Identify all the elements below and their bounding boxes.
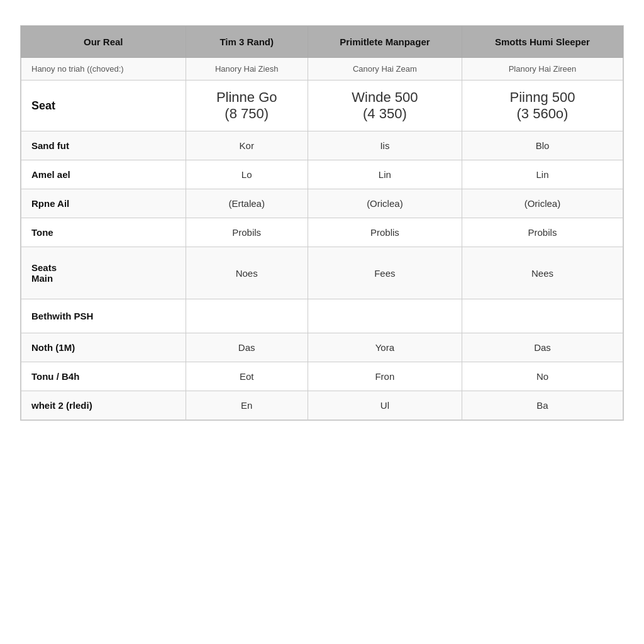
table-body: Hanoy no triah ((choved:)Hanory Hai Zies…: [21, 58, 623, 420]
table-header-row: Our RealTim 3 Rand)Primitlete ManpagerSm…: [21, 26, 623, 58]
table-cell: Sand fut: [21, 131, 186, 160]
noth-row: Noth (1M)DasYoraDas: [21, 333, 623, 362]
tone-row: ToneProbilsProblisProbils: [21, 218, 623, 247]
subheader-row: Hanoy no triah ((choved:)Hanory Hai Zies…: [21, 58, 623, 80]
table-cell: Plinne Go(8 750): [186, 80, 308, 131]
sand-fut-row: Sand futKorIisBlo: [21, 131, 623, 160]
rpne-ail-row: Rpne Ail(Ertalea)(Oriclea)(Oriclea): [21, 189, 623, 218]
table-cell: (Ertalea): [186, 189, 308, 218]
table-cell: En: [186, 391, 308, 420]
table-cell: Ul: [308, 391, 462, 420]
col-tim3: Tim 3 Rand): [186, 26, 308, 58]
table-cell: Planory Hai Zireen: [462, 58, 623, 80]
table-cell: Bethwith PSH: [21, 299, 186, 333]
table-cell: Probils: [186, 218, 308, 247]
table-cell: Amel ael: [21, 160, 186, 189]
wheit-row: wheit 2 (rledi)EnUlBa: [21, 391, 623, 420]
table-cell: Rpne Ail: [21, 189, 186, 218]
table-cell: Fees: [308, 247, 462, 299]
table-cell: Lo: [186, 160, 308, 189]
table-cell: Noth (1M): [21, 333, 186, 362]
table-cell: Iis: [308, 131, 462, 160]
col-smotts: Smotts Humi Sleeper: [462, 26, 623, 58]
table-cell: Eot: [186, 362, 308, 391]
table-cell: Nees: [462, 247, 623, 299]
table-cell: [186, 299, 308, 333]
table-cell: Winde 500(4 350): [308, 80, 462, 131]
col-our-real: Our Real: [21, 26, 186, 58]
table-cell: Noes: [186, 247, 308, 299]
table-cell: Problis: [308, 218, 462, 247]
table-cell: [462, 299, 623, 333]
bethwith-row: Bethwith PSH: [21, 299, 623, 333]
table-cell: wheit 2 (rledi): [21, 391, 186, 420]
table-cell: Canory Hai Zeam: [308, 58, 462, 80]
table-cell: (Oriclea): [462, 189, 623, 218]
table-cell: Hanoy no triah ((choved:): [21, 58, 186, 80]
table-cell: Kor: [186, 131, 308, 160]
table-cell: Das: [462, 333, 623, 362]
seat-row: SeatPlinne Go(8 750)Winde 500(4 350)Piin…: [21, 80, 623, 131]
table-cell: Lin: [308, 160, 462, 189]
seats-main-row: SeatsMainNoesFeesNees: [21, 247, 623, 299]
table-cell: No: [462, 362, 623, 391]
table-cell: Yora: [308, 333, 462, 362]
table-cell: Fron: [308, 362, 462, 391]
tonu-row: Tonu / B4hEotFronNo: [21, 362, 623, 391]
table-cell: SeatsMain: [21, 247, 186, 299]
table-cell: Tone: [21, 218, 186, 247]
table-cell: Blo: [462, 131, 623, 160]
table-cell: Das: [186, 333, 308, 362]
table-cell: Seat: [21, 80, 186, 131]
table-cell: Ba: [462, 391, 623, 420]
table-cell: Lin: [462, 160, 623, 189]
comparison-table: Our RealTim 3 Rand)Primitlete ManpagerSm…: [20, 25, 624, 421]
table-cell: Probils: [462, 218, 623, 247]
table-cell: [308, 299, 462, 333]
amel-ael-row: Amel aelLoLinLin: [21, 160, 623, 189]
col-primitlete: Primitlete Manpager: [308, 26, 462, 58]
table-cell: (Oriclea): [308, 189, 462, 218]
table-cell: Tonu / B4h: [21, 362, 186, 391]
table-cell: Hanory Hai Ziesh: [186, 58, 308, 80]
table-cell: Piinng 500(3 560o): [462, 80, 623, 131]
